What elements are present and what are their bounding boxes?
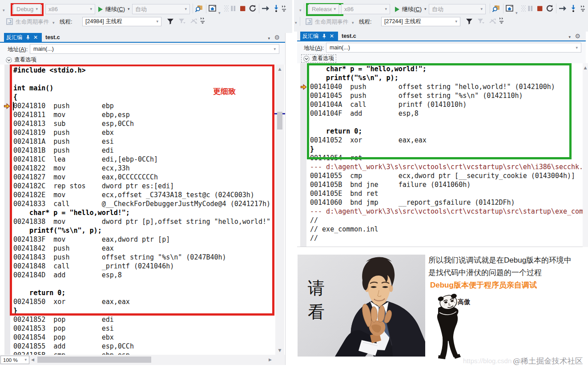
gear-icon[interactable]: ⚙ xyxy=(575,32,580,40)
mode-value: 自动 xyxy=(432,5,479,13)
thread-value: [24984] 主线程 xyxy=(85,18,156,25)
scroll-left-icon[interactable]: ◀ xyxy=(31,357,34,362)
flagged-threads-disabled-icon xyxy=(489,17,497,25)
mode-combo[interactable]: 自动 ▾ xyxy=(132,4,190,14)
scroll-up-icon[interactable]: ▲ xyxy=(583,65,588,70)
filter-threads-icon[interactable] xyxy=(465,17,473,25)
tab-testc-label: test.c xyxy=(45,34,60,41)
hscrollbar-thumb[interactable] xyxy=(37,357,151,363)
show-diagnostics-window-icon[interactable] xyxy=(506,4,514,12)
restart-icon[interactable] xyxy=(249,4,257,12)
show-next-statement-icon[interactable] xyxy=(262,4,270,12)
toolbar-separator xyxy=(206,4,206,13)
chevron-down-icon[interactable]: ▾ xyxy=(516,11,518,15)
restart-icon[interactable] xyxy=(546,4,554,12)
document-tab-bar: 反汇编 ✕ test.c ▾ ⚙ xyxy=(297,32,586,41)
code-line[interactable]: // exe_common.inl xyxy=(310,225,583,234)
code-line[interactable]: 00241855 add esp,0CCh xyxy=(13,342,285,351)
tab-disassembly-label: 反汇编 xyxy=(6,34,22,41)
view-options-expander[interactable]: 查看选项 xyxy=(4,56,38,64)
code-line[interactable]: --- d:\agent\_work\3\s\src\vctools\crt\v… xyxy=(310,162,583,171)
debug-location-toolbar: 生命周期事件 ▾ 线程: [24984] 主线程 ▾ xyxy=(0,16,292,28)
vertical-scrollbar[interactable]: ▲ ▼ xyxy=(275,65,284,355)
configuration-combo[interactable]: Debug ▾ xyxy=(13,4,41,14)
lifecycle-events-button[interactable]: 生命周期事件 xyxy=(16,18,49,26)
debug-annotation-rectangle xyxy=(10,65,274,316)
toolbar-overflow-icon[interactable] xyxy=(499,16,504,24)
tab-disassembly[interactable]: 反汇编 ✕ xyxy=(300,32,338,41)
code-line[interactable]: // xyxy=(310,234,583,243)
scroll-right-icon[interactable]: ▶ xyxy=(269,357,272,362)
search-solution-explorer-icon[interactable] xyxy=(195,4,203,12)
thread-combo[interactable]: [24984] 主线程 ▾ xyxy=(82,17,161,26)
code-line[interactable]: 0024185B cmp ebp,esp xyxy=(13,351,285,355)
tab-list-caret-icon[interactable]: ▾ xyxy=(568,35,571,39)
scroll-up-icon[interactable]: ▲ xyxy=(275,67,284,71)
platform-combo[interactable]: x86 ▾ xyxy=(341,4,390,14)
code-line[interactable]: 00241853 pop esi xyxy=(13,324,285,333)
show-diagnostics-window-icon[interactable] xyxy=(209,4,217,12)
thread-combo[interactable]: [27244] 主线程 ▾ xyxy=(381,17,460,26)
code-line[interactable]: 00141055 cmp ecx,dword ptr [__security_c… xyxy=(310,171,583,180)
code-line[interactable]: 00241852 pop edi xyxy=(13,315,285,324)
continue-button[interactable]: 继续(C) ▾ xyxy=(98,4,130,14)
close-icon[interactable]: ✕ xyxy=(330,33,334,39)
code-line[interactable]: 00241854 pop ebx xyxy=(13,333,285,342)
panda-caption: 高傲 xyxy=(458,298,470,306)
platform-value: x86 xyxy=(344,6,383,12)
chevron-down-icon[interactable]: ▾ xyxy=(352,20,354,25)
show-next-statement-icon[interactable] xyxy=(559,4,567,12)
stop-debugging-icon[interactable] xyxy=(537,4,543,12)
toolbar-overflow-icon[interactable] xyxy=(282,4,287,12)
filter-threads-icon[interactable] xyxy=(166,17,174,25)
stop-debugging-icon[interactable] xyxy=(240,4,246,12)
tab-testc[interactable]: test.c xyxy=(338,32,359,41)
code-line[interactable]: 0014105B bnd jne failure (0141060h) xyxy=(310,180,583,189)
search-solution-explorer-icon[interactable] xyxy=(492,4,500,12)
view-options-row: 查看选项 xyxy=(297,54,586,63)
step-into-icon[interactable] xyxy=(273,4,279,12)
pin-icon[interactable] xyxy=(322,33,326,39)
toolbar-overflow-icon[interactable] xyxy=(200,16,205,24)
toolbar-overflow-caret-icon[interactable]: ▾ xyxy=(299,8,302,12)
toolbar-overflow-caret-icon[interactable]: ▾ xyxy=(3,8,5,12)
tab-list-caret-icon[interactable]: ▾ xyxy=(268,36,270,41)
platform-combo[interactable]: x86 ▾ xyxy=(45,4,95,14)
chevron-down-icon[interactable]: ▾ xyxy=(52,20,55,25)
step-into-icon[interactable] xyxy=(570,4,576,12)
disassembly-code-area[interactable]: #include <stdio.h> int main(){00241810 p… xyxy=(0,65,285,355)
thread-label: 线程: xyxy=(359,18,371,26)
toolbar-overflow-caret-icon[interactable]: ▾ xyxy=(295,20,297,25)
disassembly-code-area[interactable]: char* p = "hello,world!"; printf("%s\n",… xyxy=(297,63,583,247)
code-line[interactable]: --- d:\agent\_work\3\s\src\vctools\crt\v… xyxy=(310,207,583,216)
chevron-down-icon: ▾ xyxy=(576,46,578,50)
pin-icon[interactable] xyxy=(25,35,30,40)
code-line[interactable]: // xyxy=(310,216,583,225)
continue-button[interactable]: 继续(C) ▾ xyxy=(395,4,427,14)
zoom-combo[interactable]: 100 % ▾ xyxy=(0,356,29,364)
tab-disassembly[interactable]: 反汇编 ✕ xyxy=(4,33,42,42)
gear-icon[interactable]: ⚙ xyxy=(274,34,280,41)
mode-value: 自动 xyxy=(135,5,183,13)
chevron-down-icon[interactable]: ▾ xyxy=(218,11,221,15)
address-label: 地址(A): xyxy=(304,45,324,52)
address-combo[interactable]: main(...) ▾ xyxy=(30,44,279,54)
debug-location-toolbar: ▾ 生命周期事件 ▾ 线程: [27244] 主线程 ▾ xyxy=(294,16,588,28)
code-line[interactable]: 00141060 bnd jmp __report_gsfailure (014… xyxy=(310,198,583,207)
lifecycle-events-button[interactable]: 生命周期事件 xyxy=(315,18,348,26)
thread-label: 线程: xyxy=(60,18,72,26)
tab-testc[interactable]: test.c xyxy=(42,33,63,42)
configuration-value: Debug xyxy=(16,6,34,12)
configuration-combo[interactable]: Release ▾ xyxy=(309,4,339,14)
vertical-scrollbar[interactable]: ▲ xyxy=(583,63,588,247)
code-line[interactable]: 0014105E bnd ret xyxy=(310,189,583,198)
scroll-down-icon[interactable]: ▼ xyxy=(275,348,284,353)
scrollbar-thumb[interactable] xyxy=(277,112,282,130)
address-combo[interactable]: main(...) ▾ xyxy=(326,43,581,53)
view-options-expander[interactable]: 查看选项 xyxy=(301,54,336,63)
toolbar-overflow-icon[interactable] xyxy=(580,4,586,12)
close-icon[interactable]: ✕ xyxy=(33,35,38,40)
mode-combo[interactable]: 自动 ▾ xyxy=(429,4,486,14)
watermark-faint: https://blog.csdn xyxy=(463,357,511,365)
toolbar-separator xyxy=(556,4,556,13)
